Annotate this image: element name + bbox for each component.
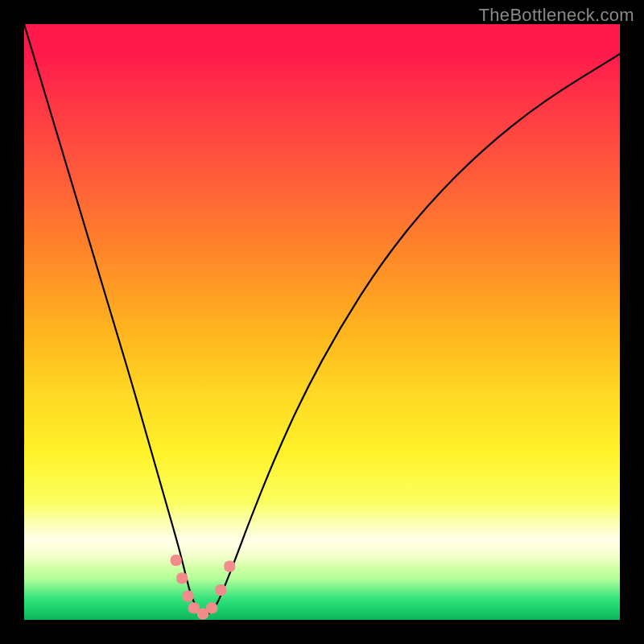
curve-marker bbox=[176, 572, 188, 584]
marker-group bbox=[171, 555, 236, 620]
curve-marker bbox=[224, 560, 235, 572]
bottleneck-curve-path bbox=[24, 24, 620, 614]
chart-frame: TheBottleneck.com bbox=[0, 0, 644, 644]
curve-marker bbox=[206, 602, 217, 613]
watermark-text: TheBottleneck.com bbox=[479, 5, 634, 26]
curve-layer bbox=[24, 24, 620, 620]
curve-marker bbox=[183, 590, 194, 601]
plot-area bbox=[24, 24, 620, 620]
curve-marker bbox=[215, 584, 226, 596]
curve-marker bbox=[171, 555, 182, 566]
